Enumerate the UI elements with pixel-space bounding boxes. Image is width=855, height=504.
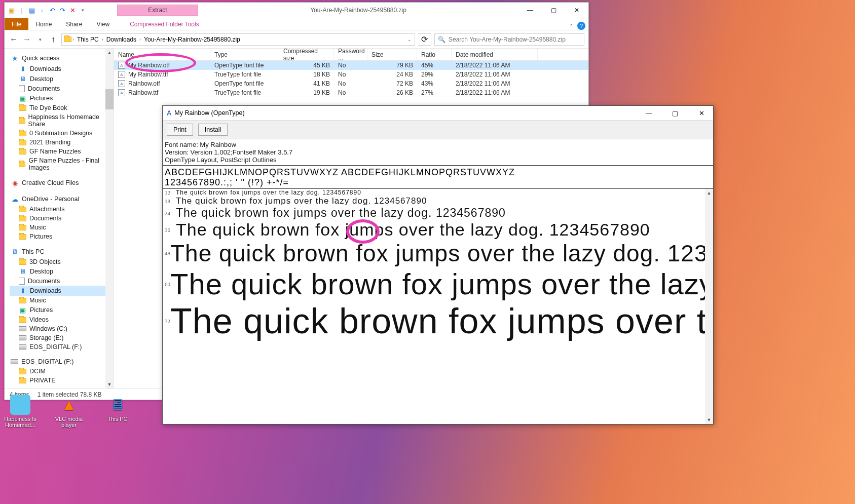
- help-icon[interactable]: ?: [577, 22, 585, 30]
- breadcrumb[interactable]: › This PC › Downloads › You-Are-My-Rainb…: [61, 33, 415, 46]
- sample-text: The quick brown fox jumps over the lazy …: [176, 189, 361, 196]
- new-folder-icon[interactable]: ▫: [38, 6, 46, 14]
- sidebar-item[interactable]: PRIVATE: [10, 376, 111, 385]
- sidebar-item[interactable]: Storage (E:): [10, 333, 111, 342]
- fv-close-button[interactable]: ✕: [690, 106, 713, 120]
- sidebar-item[interactable]: Videos: [10, 315, 111, 324]
- scroll-down-icon[interactable]: ▼: [105, 380, 114, 389]
- sidebar-item[interactable]: EOS_DIGITAL (F:): [10, 342, 111, 352]
- ribbon-view-tab[interactable]: View: [89, 18, 117, 30]
- breadcrumb-dropdown-icon[interactable]: ⌄: [407, 37, 415, 42]
- scroll-down-icon[interactable]: ▼: [705, 416, 713, 424]
- column-name[interactable]: Name: [114, 49, 210, 60]
- sidebar-item[interactable]: Music: [10, 223, 111, 232]
- fv-minimize-button[interactable]: —: [637, 106, 660, 120]
- sidebar-item[interactable]: DCIM: [10, 367, 111, 376]
- file-row[interactable]: A My Rainbow.otf OpenType font file 45 K…: [114, 61, 588, 70]
- ribbon-collapse-icon[interactable]: ⌃: [569, 23, 573, 29]
- desktop-icon[interactable]: ▲ VLC media player: [51, 395, 87, 428]
- install-button[interactable]: Install: [198, 124, 228, 136]
- desktop-icon[interactable]: 🖥 This PC: [99, 395, 136, 428]
- sidebar-item[interactable]: Documents: [10, 214, 111, 223]
- minimize-button[interactable]: —: [518, 3, 542, 18]
- file-size: 72 KB: [367, 80, 417, 87]
- sidebar-item[interactable]: ▣ Pictures 📌: [10, 93, 111, 103]
- file-row[interactable]: A My Rainbow.ttf TrueType font file 18 K…: [114, 70, 588, 79]
- maximize-button[interactable]: ▢: [542, 3, 565, 18]
- drive-icon: [19, 335, 26, 340]
- recent-locations-icon[interactable]: ▾: [35, 34, 45, 45]
- sidebar-item[interactable]: GF Name Puzzles - Final Images: [10, 156, 111, 172]
- sidebar-item[interactable]: ⬇ Downloads 📌: [10, 64, 111, 74]
- column-password[interactable]: Password ...: [334, 49, 367, 60]
- breadcrumb-root-icon: [64, 36, 71, 42]
- ribbon-share-tab[interactable]: Share: [59, 18, 89, 30]
- sidebar-item[interactable]: ⬇ Downloads: [10, 286, 111, 296]
- column-size[interactable]: Size: [367, 49, 417, 60]
- file-row[interactable]: A Rainbow.ttf TrueType font file 19 KB N…: [114, 88, 588, 97]
- breadcrumb-segment[interactable]: This PC: [75, 35, 101, 44]
- sidebar-item[interactable]: Pictures: [10, 232, 111, 241]
- ribbon-tool-tab[interactable]: Compressed Folder Tools: [120, 18, 209, 30]
- properties-icon[interactable]: ▤: [28, 6, 36, 14]
- sidebar-item[interactable]: ▣ Pictures: [10, 305, 111, 315]
- breadcrumb-chevron-icon[interactable]: ›: [139, 37, 141, 42]
- sidebar-item-label: Pictures: [29, 233, 52, 240]
- sidebar-item[interactable]: GF Name Puzzles: [10, 147, 111, 156]
- column-date[interactable]: Date modified: [452, 49, 538, 60]
- sample-size-label: 18: [165, 198, 176, 204]
- section-icon: [11, 359, 18, 364]
- back-button[interactable]: ←: [9, 34, 19, 45]
- sidebar-item[interactable]: Happiness Is Homemade Share 📌: [10, 112, 111, 129]
- undo-icon[interactable]: ↶: [48, 6, 56, 14]
- sidebar-item[interactable]: 3D Objects: [10, 257, 111, 266]
- sidebar-item[interactable]: Attachments: [10, 205, 111, 214]
- sidebar-item[interactable]: Music: [10, 296, 111, 305]
- search-box[interactable]: 🔍: [434, 33, 584, 46]
- sidebar-item[interactable]: Documents 📌: [10, 84, 111, 93]
- ribbon-file-tab[interactable]: File: [5, 18, 28, 30]
- sidebar-item[interactable]: 🖥 Desktop: [10, 266, 111, 277]
- sidebar-item[interactable]: Documents: [10, 277, 111, 286]
- breadcrumb-segment[interactable]: You-Are-My-Rainbow-25495880.zip: [142, 35, 242, 44]
- font-version-line: Version: Version 1.002;Fontself Maker 3.…: [165, 149, 711, 157]
- sidebar[interactable]: ▲ ▼ ★ Quick access ⬇ Downloads 📌 🖥 Deskt…: [5, 49, 114, 389]
- scroll-up-icon[interactable]: ▲: [705, 189, 713, 197]
- search-input[interactable]: [449, 36, 581, 43]
- file-list-header[interactable]: Name Type Compressed size Password ... S…: [114, 49, 588, 61]
- samples-scrollbar[interactable]: ▲ ▼: [705, 189, 713, 424]
- redo-icon[interactable]: ↷: [58, 6, 66, 14]
- up-button[interactable]: ↑: [48, 34, 58, 45]
- qat-more-icon[interactable]: ▾: [79, 6, 87, 14]
- sidebar-section-header[interactable]: ★ Quick access: [10, 53, 111, 64]
- sidebar-item[interactable]: Tie Dye Book 📌: [10, 103, 111, 112]
- sidebar-scrollbar[interactable]: ▲ ▼: [105, 49, 114, 389]
- section-icon: ★: [11, 54, 19, 62]
- refresh-button[interactable]: ⟳: [418, 33, 431, 46]
- sidebar-section-header[interactable]: 🖥 This PC: [10, 246, 111, 257]
- breadcrumb-chevron-icon[interactable]: ›: [72, 37, 74, 42]
- scroll-up-icon[interactable]: ▲: [105, 49, 114, 57]
- sidebar-section-header[interactable]: EOS_DIGITAL (F:): [10, 357, 111, 367]
- fv-maximize-button[interactable]: ▢: [663, 106, 687, 120]
- column-compressed[interactable]: Compressed size: [279, 49, 334, 60]
- column-ratio[interactable]: Ratio: [417, 49, 452, 60]
- sidebar-item[interactable]: 🖥 Desktop 📌: [10, 74, 111, 84]
- print-button[interactable]: Print: [167, 124, 193, 136]
- forward-button[interactable]: →: [22, 34, 32, 45]
- sidebar-item[interactable]: Windows (C:): [10, 324, 111, 333]
- ribbon-home-tab[interactable]: Home: [28, 18, 59, 30]
- desktop-icon[interactable]: Happiness Is Homemad...: [2, 395, 39, 428]
- breadcrumb-segment[interactable]: Downloads: [104, 35, 138, 44]
- close-button[interactable]: ✕: [565, 3, 588, 18]
- sidebar-item[interactable]: 0 Sublimation Designs 📌: [10, 129, 111, 138]
- sidebar-section-header[interactable]: ☁ OneDrive - Personal: [10, 193, 111, 205]
- sidebar-section-header[interactable]: ◉ Creative Cloud Files: [10, 177, 111, 188]
- contextual-tool-tab[interactable]: Extract: [117, 5, 198, 16]
- delete-icon[interactable]: ✕: [68, 6, 77, 14]
- column-type[interactable]: Type: [210, 49, 279, 60]
- file-row[interactable]: A Rainbow.otf OpenType font file 41 KB N…: [114, 79, 588, 88]
- breadcrumb-chevron-icon[interactable]: ›: [102, 37, 103, 42]
- scroll-thumb[interactable]: [105, 89, 114, 109]
- sidebar-item[interactable]: 2021 Branding: [10, 138, 111, 147]
